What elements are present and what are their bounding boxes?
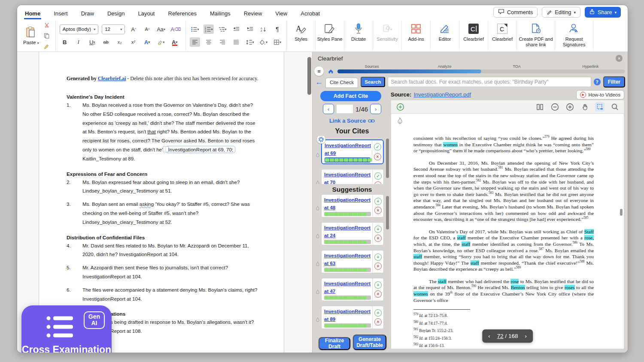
cross-examination-outline-card[interactable]: GenAI Cross Examination Outline xyxy=(21,305,112,353)
font-color-button[interactable]: A ▾ xyxy=(170,37,180,47)
grow-font-button[interactable]: A^ xyxy=(128,24,139,34)
cite-card-box[interactable]: InvestigationReportat 70✓× xyxy=(321,169,384,184)
link-a-source-button[interactable]: Link a Source xyxy=(314,118,390,124)
pdf-scrollbar[interactable] xyxy=(620,209,623,216)
accept-cite-button[interactable]: ✓ xyxy=(374,172,382,180)
menu-tab-draw[interactable]: Draw xyxy=(80,7,95,19)
add-highlight-icon[interactable] xyxy=(395,102,405,112)
suggestion-card-box[interactable]: InvestigationReportat 63+× xyxy=(321,250,384,273)
citation-content-control[interactable]: InvestigationReport at 69, 70; xyxy=(166,146,235,153)
menu-tab-view[interactable]: View xyxy=(274,7,288,19)
how-to-videos-button[interactable]: ▶ How-to Videos xyxy=(576,90,624,100)
add-cite-button[interactable]: + xyxy=(374,198,382,205)
styles-button[interactable]: AStyles xyxy=(287,21,316,51)
dictate-button[interactable]: Dictate xyxy=(344,21,373,51)
reject-cite-button[interactable]: × xyxy=(374,153,381,160)
menu-tab-review[interactable]: Review xyxy=(243,7,263,19)
search-input[interactable] xyxy=(388,77,591,87)
multilevel-list-button[interactable]: ▾ xyxy=(217,24,228,34)
bullet-list-button[interactable]: ▾ xyxy=(190,24,200,34)
cites-scrollbar[interactable] xyxy=(386,139,389,178)
menu-tab-mailings[interactable]: Mailings xyxy=(209,7,231,19)
sort-button[interactable]: AZ xyxy=(258,24,269,34)
add-cite-button[interactable]: + xyxy=(374,226,382,233)
add-ins-button[interactable]: Add-ins xyxy=(402,21,431,51)
copy-button[interactable] xyxy=(42,31,52,40)
page-prev-icon[interactable]: ‹ xyxy=(488,333,490,339)
suggestion-card-box[interactable]: InvestigationReportat 24+× xyxy=(321,222,384,245)
increase-indent-button[interactable] xyxy=(245,24,255,34)
tab-cite-check[interactable]: Cite Check xyxy=(325,78,358,88)
add-cite-button[interactable]: + xyxy=(374,281,382,289)
clearbrief-dark-button[interactable]: CClearbrief xyxy=(459,21,488,51)
request-signatures-button[interactable]: Request Signatures xyxy=(555,21,593,51)
menu-tab-design[interactable]: Design xyxy=(106,7,125,19)
menu-tab-acrobat[interactable]: Acrobat xyxy=(300,7,321,19)
paste-button[interactable]: Paste ▾ xyxy=(23,26,39,45)
add-fact-cite-button[interactable]: Add Fact Cite xyxy=(320,91,381,101)
shading-button[interactable]: ▾ xyxy=(258,37,269,47)
subscript-button[interactable]: x₂ xyxy=(115,37,125,47)
font-name-select[interactable]: Aptos (Body)▾ xyxy=(60,24,99,34)
suggestion-card-box[interactable]: InvestigationReportat 47+× xyxy=(321,278,384,301)
menu-tab-insert[interactable]: Insert xyxy=(53,7,69,19)
select-area-icon[interactable] xyxy=(595,102,605,112)
finalize-draft-button[interactable]: Finalize Draft xyxy=(319,337,350,350)
zoom-out-icon[interactable] xyxy=(550,102,559,112)
decrease-indent-button[interactable] xyxy=(231,24,241,34)
show-formatting-button[interactable]: ¶ xyxy=(272,24,283,34)
search-button[interactable]: Search xyxy=(361,77,385,87)
align-center-button[interactable] xyxy=(204,37,214,47)
cite-link[interactable]: InvestigationReportat 47 xyxy=(324,281,371,294)
cite-link[interactable]: InvestigationReportat 48 xyxy=(324,197,371,210)
align-left-button[interactable] xyxy=(190,37,200,47)
pdf-page[interactable]: consistent with his recollection of sayi… xyxy=(391,113,624,349)
search-document-icon[interactable] xyxy=(610,102,620,112)
comments-button[interactable]: Comments xyxy=(493,7,538,18)
dismiss-cite-button[interactable]: × xyxy=(374,290,382,298)
clearbrief-link[interactable]: Clearbrief.ai xyxy=(98,75,126,81)
suggestion-card-box[interactable]: InvestigationReportat 89+× xyxy=(321,306,384,329)
strikethrough-button[interactable]: ab xyxy=(101,37,111,47)
pager-input[interactable] xyxy=(336,104,353,114)
superscript-button[interactable]: x² xyxy=(128,37,139,47)
numbered-list-button[interactable]: 123▾ xyxy=(204,24,214,34)
pager-next-button[interactable]: › xyxy=(370,104,381,114)
dismiss-cite-button[interactable]: × xyxy=(374,318,382,326)
cite-link[interactable]: InvestigationReportat 70 xyxy=(324,172,371,184)
create-pdf-button[interactable]: Create PDF and share link xyxy=(517,21,555,51)
suggestion-card-box[interactable]: InvestigationReportat 48+× xyxy=(321,194,384,217)
help-icon[interactable]: ? xyxy=(594,78,601,85)
borders-button[interactable]: ▾ xyxy=(272,37,283,47)
cite-link[interactable]: InvestigationReportat 89 xyxy=(324,309,371,322)
bold-button[interactable]: B xyxy=(60,37,70,47)
dismiss-cite-button[interactable]: × xyxy=(374,235,382,242)
generate-draft-table-button[interactable]: Generate Draft/Table xyxy=(353,335,386,350)
home-icon[interactable] xyxy=(328,68,334,75)
styles-pane-button[interactable]: Styles Pane xyxy=(316,21,344,51)
line-spacing-button[interactable]: ▾ xyxy=(245,37,255,47)
close-icon[interactable]: × xyxy=(616,55,623,62)
shrink-font-button[interactable]: A˅ xyxy=(142,24,152,34)
menu-tab-home[interactable]: Home xyxy=(24,7,41,19)
menu-tab-references[interactable]: References xyxy=(167,7,197,19)
italic-button[interactable]: I xyxy=(73,37,84,47)
add-cite-button[interactable]: + xyxy=(374,309,382,317)
dismiss-cite-button[interactable]: × xyxy=(374,262,382,270)
justify-button[interactable] xyxy=(231,37,241,47)
cite-card-box[interactable]: InvestigationReportat 69✓× xyxy=(321,139,384,164)
editing-mode-button[interactable]: Editing ▾ xyxy=(542,7,580,18)
pager-prev-button[interactable]: ‹ xyxy=(323,104,334,114)
clearbrief-light-button[interactable]: CClearbrief xyxy=(488,21,517,51)
align-right-button[interactable] xyxy=(217,37,228,47)
cite-link[interactable]: InvestigationReportat 24 xyxy=(324,225,371,238)
filter-button[interactable]: Filter xyxy=(603,76,625,87)
add-cite-button[interactable]: + xyxy=(374,253,382,261)
editor-button[interactable]: Editor xyxy=(431,21,459,51)
menu-hamburger-icon[interactable]: ≡ xyxy=(314,66,324,76)
highlight-button[interactable]: ▾ xyxy=(156,37,166,47)
font-size-select[interactable]: 12▾ xyxy=(102,24,125,34)
source-file-link[interactable]: InvestigationReport.pdf xyxy=(413,91,471,98)
clear-formatting-button[interactable]: A⌫ xyxy=(170,24,182,34)
suggestions-scrollbar[interactable] xyxy=(386,196,389,229)
